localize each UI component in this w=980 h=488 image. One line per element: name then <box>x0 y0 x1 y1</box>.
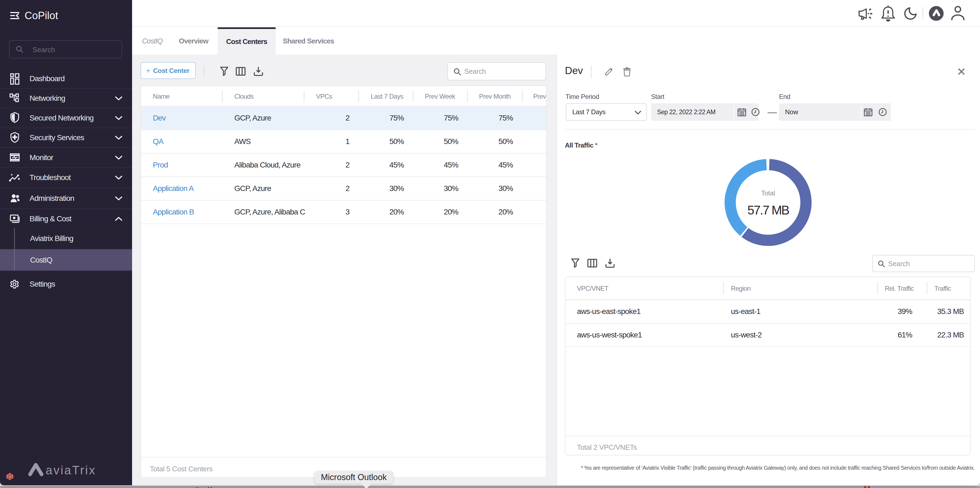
svg-text:aviaTrix: aviaTrix <box>46 463 96 477</box>
